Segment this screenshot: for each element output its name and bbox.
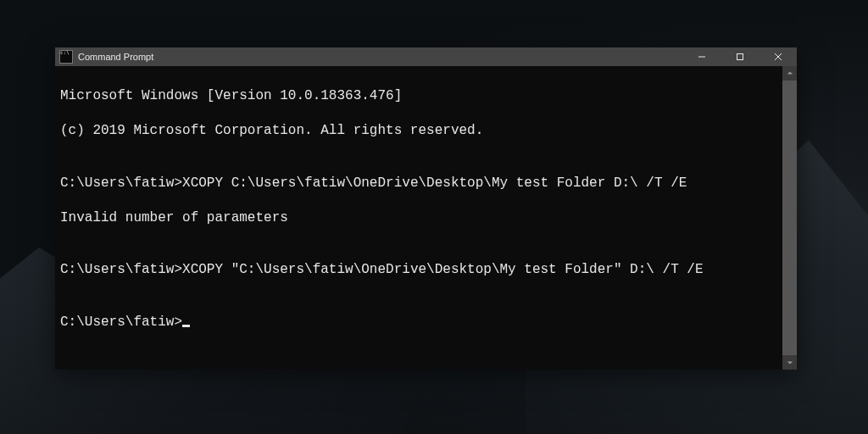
window-titlebar[interactable]: Command Prompt (55, 47, 797, 66)
minimize-icon (698, 53, 706, 61)
banner-line: Microsoft Windows [Version 10.0.18363.47… (60, 87, 777, 104)
minimize-button[interactable] (682, 47, 721, 66)
banner-line: (c) 2019 Microsoft Corporation. All righ… (60, 122, 777, 139)
cmd-icon (59, 50, 73, 64)
maximize-icon (736, 53, 744, 61)
window-title: Command Prompt (78, 52, 153, 62)
prompt-path: C:\Users\fatiw> (60, 314, 182, 330)
maximize-button[interactable] (721, 47, 759, 66)
scrollbar-track[interactable] (782, 81, 797, 355)
prompt-path: C:\Users\fatiw> (60, 262, 182, 277)
svg-rect-1 (737, 53, 743, 59)
scroll-up-button[interactable] (782, 66, 797, 81)
window-controls (682, 47, 797, 66)
command-text: XCOPY "C:\Users\fatiw\OneDrive\Desktop\M… (182, 262, 704, 277)
cursor-icon (182, 325, 190, 327)
desktop-wallpaper: Command Prompt Microsoft Windows [Versio… (0, 0, 868, 434)
close-icon (774, 53, 782, 61)
console-output[interactable]: Microsoft Windows [Version 10.0.18363.47… (55, 66, 782, 370)
prompt-path: C:\Users\fatiw> (60, 175, 182, 191)
chevron-down-icon (787, 359, 793, 366)
vertical-scrollbar[interactable] (782, 66, 797, 370)
command-prompt-window: Command Prompt Microsoft Windows [Versio… (55, 47, 797, 370)
close-button[interactable] (759, 47, 797, 66)
output-line: Invalid number of parameters (60, 209, 777, 226)
console-area: Microsoft Windows [Version 10.0.18363.47… (55, 66, 797, 370)
command-text: XCOPY C:\Users\fatiw\OneDrive\Desktop\My… (182, 175, 687, 191)
scroll-down-button[interactable] (782, 355, 797, 370)
command-line: C:\Users\fatiw>XCOPY C:\Users\fatiw\OneD… (60, 175, 777, 192)
command-line: C:\Users\fatiw>XCOPY "C:\Users\fatiw\One… (60, 261, 777, 278)
scrollbar-thumb[interactable] (782, 81, 797, 355)
chevron-up-icon (787, 70, 793, 76)
current-prompt[interactable]: C:\Users\fatiw> (60, 314, 777, 331)
